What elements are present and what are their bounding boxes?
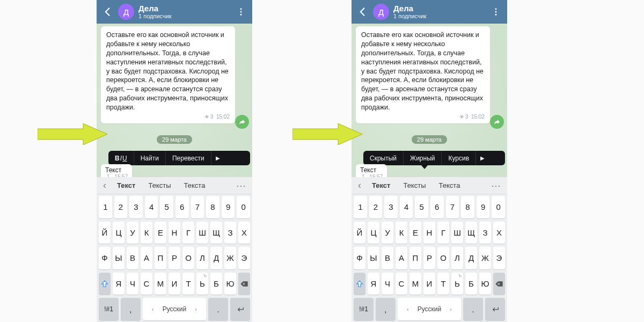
key-9[interactable]: 9 <box>477 196 490 218</box>
key-3[interactable]: 3 <box>129 196 143 218</box>
key-backspace[interactable] <box>493 273 505 295</box>
key-letter[interactable]: Й <box>354 222 365 244</box>
key-enter[interactable] <box>230 298 250 320</box>
key-letter[interactable]: Г <box>182 222 194 244</box>
key-letter[interactable]: Д <box>465 247 477 269</box>
key-letter[interactable]: Б <box>210 273 222 295</box>
key-letter[interactable]: ЬЪ <box>451 273 463 295</box>
key-letter[interactable]: Э <box>493 247 505 269</box>
key-letter[interactable]: Р <box>169 247 180 269</box>
key-letter[interactable]: Я <box>113 273 125 295</box>
key-letter[interactable]: Ц <box>113 222 125 244</box>
format-italic[interactable]: Курсив <box>442 151 476 165</box>
key-letter[interactable]: А <box>141 247 152 269</box>
key-6[interactable]: 6 <box>430 196 444 218</box>
suggestion-word[interactable]: Тексты <box>143 181 176 189</box>
key-3[interactable]: 3 <box>384 196 398 218</box>
chat-title-block[interactable]: Дела 1 подписчик <box>393 4 486 20</box>
key-0[interactable]: 0 <box>237 196 250 218</box>
key-2[interactable]: 2 <box>114 196 128 218</box>
message-bubble[interactable]: Оставьте его как основной источник и доб… <box>101 26 235 123</box>
key-letter[interactable]: Щ <box>210 222 222 244</box>
key-letter[interactable]: Е <box>409 222 421 244</box>
key-letter[interactable]: М <box>155 273 166 295</box>
key-letter[interactable]: Ч <box>382 273 393 295</box>
key-letter[interactable]: Т <box>437 273 449 295</box>
key-letter[interactable]: Щ <box>465 222 477 244</box>
key-symbols[interactable]: !#1 <box>354 298 374 320</box>
format-more-arrow[interactable] <box>476 155 489 161</box>
key-letter[interactable]: Л <box>451 247 463 269</box>
chat-body[interactable]: Оставьте его как основной источник и доб… <box>352 24 507 201</box>
key-letter[interactable]: О <box>437 247 449 269</box>
key-letter[interactable]: Й <box>99 222 111 244</box>
key-letter[interactable]: П <box>409 247 421 269</box>
more-menu-button[interactable] <box>235 6 247 18</box>
message-bubble[interactable]: Оставьте его как основной источник и доб… <box>356 26 490 123</box>
key-letter[interactable]: Ж <box>479 247 491 269</box>
key-4[interactable]: 4 <box>400 196 413 218</box>
suggestion-word[interactable]: Текста <box>179 181 211 189</box>
key-letter[interactable]: С <box>396 273 407 295</box>
key-letter[interactable]: Ш <box>451 222 463 244</box>
key-1[interactable]: 1 <box>354 196 367 218</box>
key-letter[interactable]: Ж <box>224 247 236 269</box>
key-letter[interactable]: Л <box>196 247 208 269</box>
format-spoiler[interactable]: Скрытый <box>363 151 404 165</box>
key-dot[interactable]: . <box>463 298 483 320</box>
share-button[interactable] <box>235 115 249 129</box>
key-2[interactable]: 2 <box>369 196 383 218</box>
chat-body[interactable]: Оставьте его как основной источник и доб… <box>97 24 252 201</box>
key-letter[interactable]: Ц <box>368 222 379 244</box>
key-5[interactable]: 5 <box>415 196 428 218</box>
key-letter[interactable]: З <box>224 222 236 244</box>
suggestion-word[interactable]: Текста <box>434 181 466 189</box>
format-bold[interactable]: Жирный <box>404 151 442 165</box>
key-letter[interactable]: З <box>479 222 491 244</box>
key-letter[interactable]: Ш <box>196 222 208 244</box>
chat-avatar[interactable]: Д <box>118 4 134 20</box>
key-backspace[interactable] <box>238 273 250 295</box>
key-letter[interactable]: Е <box>155 222 166 244</box>
key-letter[interactable]: А <box>396 247 407 269</box>
key-6[interactable]: 6 <box>175 196 189 218</box>
key-letter[interactable]: Н <box>169 222 180 244</box>
suggestion-more[interactable] <box>233 180 249 192</box>
chat-avatar[interactable]: Д <box>373 4 389 20</box>
key-letter[interactable]: Ы <box>113 247 125 269</box>
context-translate[interactable]: Перевести <box>166 151 211 165</box>
suggestion-word[interactable]: Текст <box>367 181 396 189</box>
key-space[interactable]: ‹ Русский › <box>143 298 206 320</box>
key-7[interactable]: 7 <box>446 196 459 218</box>
key-letter[interactable]: Н <box>423 222 435 244</box>
key-comma[interactable]: , <box>376 298 396 320</box>
suggestion-word[interactable]: Тексты <box>398 181 431 189</box>
key-letter[interactable]: К <box>396 222 407 244</box>
key-1[interactable]: 1 <box>99 196 112 218</box>
key-letter[interactable]: Я <box>368 273 379 295</box>
key-letter[interactable]: Г <box>437 222 449 244</box>
key-5[interactable]: 5 <box>160 196 173 218</box>
share-button[interactable] <box>490 115 504 129</box>
suggestion-collapse[interactable] <box>100 180 109 191</box>
more-menu-button[interactable] <box>490 6 502 18</box>
suggestion-word[interactable]: Текст <box>112 181 141 189</box>
key-shift[interactable] <box>99 273 111 295</box>
key-comma[interactable]: , <box>121 298 141 320</box>
key-dot[interactable]: . <box>208 298 228 320</box>
key-letter[interactable]: Х <box>493 222 505 244</box>
key-letter[interactable]: У <box>382 222 393 244</box>
key-symbols[interactable]: !#1 <box>99 298 119 320</box>
key-letter[interactable]: Э <box>238 247 250 269</box>
suggestion-collapse[interactable] <box>355 180 364 191</box>
context-format-biu[interactable]: B I U <box>108 151 134 165</box>
key-4[interactable]: 4 <box>145 196 158 218</box>
key-letter[interactable]: И <box>423 273 435 295</box>
key-letter[interactable]: К <box>141 222 152 244</box>
key-enter[interactable] <box>485 298 505 320</box>
key-letter[interactable]: Х <box>238 222 250 244</box>
suggestion-more[interactable] <box>488 180 504 192</box>
key-9[interactable]: 9 <box>222 196 235 218</box>
key-letter[interactable]: ЬЪ <box>196 273 208 295</box>
chat-title-block[interactable]: Дела 1 подписчик <box>138 4 231 20</box>
